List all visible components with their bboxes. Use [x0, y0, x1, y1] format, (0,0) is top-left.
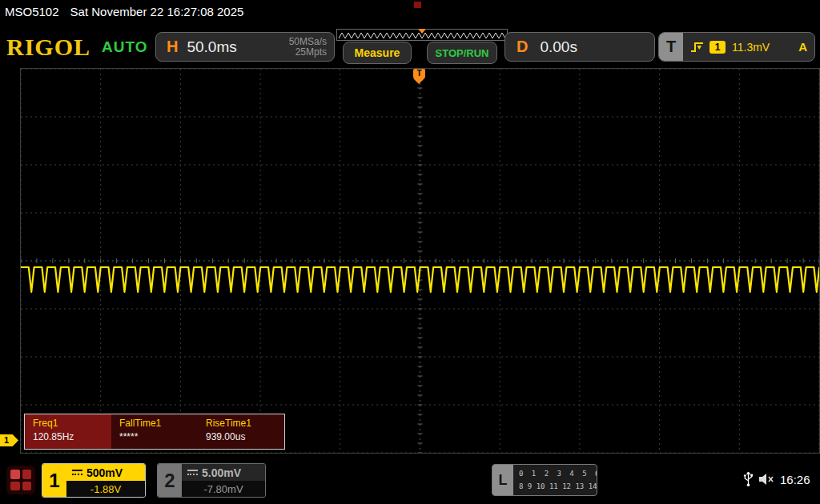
model-name: MSO5102	[5, 5, 59, 18]
timebase-value: 50.0ms	[187, 38, 236, 56]
trigger-slope-icon	[689, 41, 705, 54]
delay-letter: D	[517, 38, 528, 56]
channel-2-status[interactable]: 2 5.00mV -7.80mV	[157, 463, 266, 498]
measurement-panel[interactable]: Freq1 120.85Hz FallTime1 ***** RiseTime1…	[24, 414, 285, 450]
menu-grid-cell	[22, 482, 32, 491]
measurement-item-risetime[interactable]: RiseTime1 939.00us	[198, 414, 284, 449]
acquisition-rates: 50MSa/s 25Mpts	[289, 37, 327, 58]
channel-2-scale: 5.00mV	[202, 466, 241, 479]
channel-1-number: 1	[42, 464, 66, 497]
measurement-label: FallTime1	[119, 417, 198, 430]
channel-1-status[interactable]: 1 500mV -1.88V	[42, 463, 146, 498]
trigger-position-arrow-icon	[413, 78, 424, 84]
usb-icon	[743, 470, 754, 490]
channel-2-number: 2	[158, 464, 182, 497]
measurement-value: *****	[119, 430, 198, 444]
channel-2-offset: -7.80mV	[182, 481, 265, 497]
measurement-item-freq[interactable]: Freq1 120.85Hz	[25, 414, 111, 449]
menu-grid-cell	[10, 482, 20, 491]
menu-grid-cell	[10, 470, 20, 479]
menu-grid-icon[interactable]	[6, 466, 35, 494]
measurement-label: Freq1	[33, 417, 111, 430]
measurement-label: RiseTime1	[206, 417, 284, 430]
logic-row-1: 0 1 2 3 4 5 6 7	[519, 467, 597, 480]
memory-depth: 25Mpts	[289, 47, 327, 58]
speaker-muted-icon	[758, 473, 774, 489]
dc-coupling-icon	[187, 469, 198, 476]
status-clock: 16:26	[780, 473, 810, 486]
channel-1-offset: -1.88V	[66, 481, 145, 497]
memory-waveform-strip	[336, 29, 508, 41]
titlebar: MSO5102 Sat November 22 16:27:08 2025	[5, 5, 243, 18]
delay-value: 0.00s	[540, 38, 577, 56]
record-indicator	[414, 2, 421, 8]
measurement-item-falltime[interactable]: FallTime1 *****	[111, 414, 198, 449]
rigol-logo: RIGOL	[6, 34, 90, 61]
logic-row-2: 8 9 10 11 12 13 14 15	[519, 480, 597, 493]
trigger-mode: A	[798, 40, 807, 54]
acquire-mode-label: AUTO	[102, 38, 147, 56]
measurement-value: 120.85Hz	[33, 430, 111, 444]
measurement-value: 939.00us	[206, 430, 284, 444]
trigger-source-badge: 1	[709, 41, 726, 54]
logic-channels-status[interactable]: L 0 1 2 3 4 5 6 7 8 9 10 11 12 13 14 15	[492, 464, 597, 496]
stop-run-button[interactable]: STOP/RUN	[427, 42, 497, 64]
channel-1-scale: 500mV	[86, 466, 123, 479]
oscilloscope-screen: MSO5102 Sat November 22 16:27:08 2025 RI…	[0, 0, 820, 504]
datetime-text: Sat November 22 16:27:08 2025	[70, 5, 244, 18]
menu-grid-cell	[22, 470, 32, 479]
delay-box[interactable]: D 0.00s	[504, 32, 655, 62]
dc-coupling-icon	[72, 469, 82, 476]
trigger-box[interactable]: T 1 11.3mV A	[658, 32, 815, 62]
memory-trigger-marker-icon	[418, 29, 426, 34]
channel-1-ground-marker[interactable]: 1	[0, 434, 18, 446]
logic-letter: L	[492, 465, 513, 495]
sample-rate: 50MSa/s	[289, 37, 327, 47]
trigger-position-label: T	[413, 69, 425, 78]
waveform-trace	[21, 69, 819, 453]
measure-button[interactable]: Measure	[343, 42, 412, 64]
horizontal-letter: H	[167, 38, 178, 56]
trigger-position-marker[interactable]: T	[413, 69, 425, 84]
logic-channel-numbers: 0 1 2 3 4 5 6 7 8 9 10 11 12 13 14 15	[513, 465, 597, 495]
graticule	[20, 68, 820, 454]
trigger-letter: T	[659, 33, 683, 61]
horizontal-timebase-box[interactable]: H 50.0ms 50MSa/s 25Mpts	[155, 32, 335, 62]
trigger-level-value: 11.3mV	[732, 41, 770, 54]
